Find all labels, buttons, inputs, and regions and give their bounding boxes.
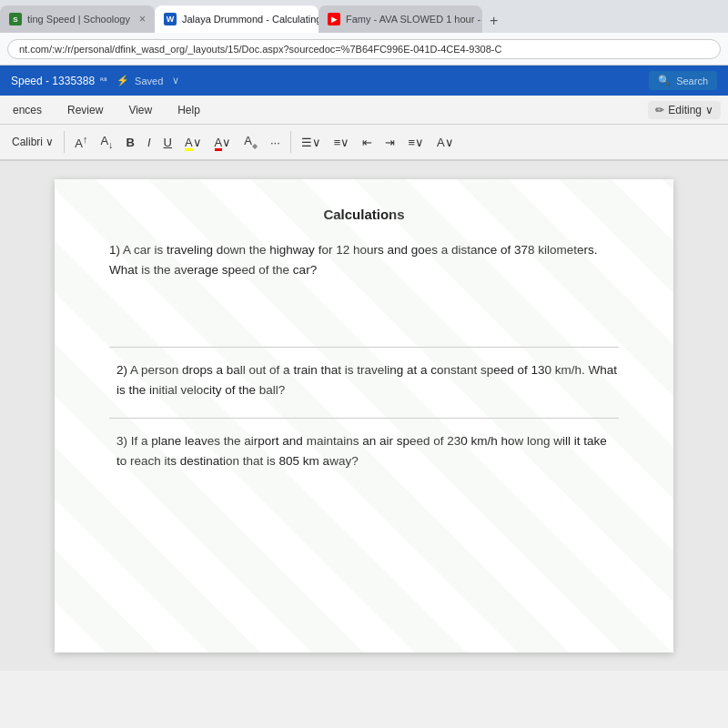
search-icon: 🔍 [658, 75, 671, 86]
bold-button[interactable]: B [122, 133, 139, 152]
tab-help[interactable]: Help [172, 100, 206, 120]
font-selector[interactable]: Calibri ∨ [7, 133, 58, 151]
new-tab-button[interactable]: + [482, 9, 505, 33]
indent-decrease-button[interactable]: ⇤ [358, 133, 377, 152]
answer-space-1 [109, 298, 619, 334]
document-heading: Calculations [109, 207, 619, 222]
tab-word-label: Jalaya Drummond - Calculating [182, 14, 318, 25]
tab-schoology-close[interactable]: × [139, 13, 146, 25]
question-3: 3) If a plane leaves the airport and mai… [116, 431, 619, 470]
indent-increase-button[interactable]: ⇥ [380, 133, 399, 152]
tab-schoology-label: ting Speed | Schoology [27, 14, 130, 25]
tab-references[interactable]: ences [7, 100, 47, 120]
question-2: 2) A person drops a ball out of a train … [116, 360, 619, 399]
url-field[interactable]: nt.com/:w:/r/personal/dfink_wasd_org/_la… [7, 39, 721, 59]
more-button[interactable]: ··· [266, 133, 285, 152]
divider-1 [109, 347, 619, 348]
search-label: Search [676, 76, 708, 86]
tab-youtube[interactable]: ▶ Famy - AVA SLOWED 1 hour - Yo × [318, 5, 482, 33]
list-button[interactable]: ☰∨ [297, 133, 326, 152]
font-color2-button[interactable]: A◆ [239, 131, 262, 153]
word-search[interactable]: 🔍 Search [649, 71, 717, 90]
numberedlist-button[interactable]: ≡∨ [329, 133, 355, 152]
underline-button[interactable]: U [159, 133, 177, 152]
question-1-text: 1) A car is traveling down the highway f… [109, 243, 598, 277]
browser-chrome: S ting Speed | Schoology × W Jalaya Drum… [0, 0, 728, 66]
doc-version: ᴿ⁸ [100, 76, 107, 86]
editing-chevron: ∨ [705, 104, 713, 116]
doc-title-text: Speed - 1335388 [11, 75, 95, 87]
question-3-text: 3) If a plane leaves the airport and mai… [116, 434, 607, 468]
youtube-favicon: ▶ [328, 13, 340, 25]
sep2 [290, 131, 291, 153]
tab-word[interactable]: W Jalaya Drummond - Calculating × [155, 5, 318, 33]
question-1: 1) A car is traveling down the highway f… [109, 240, 619, 279]
saved-chevron[interactable]: ∨ [172, 75, 179, 86]
divider-2 [109, 418, 619, 419]
tab-view[interactable]: View [123, 100, 157, 120]
tab-schoology[interactable]: S ting Speed | Schoology × [0, 5, 155, 33]
question-2-text: 2) A person drops a ball out of a train … [116, 363, 617, 397]
editing-label: Editing [668, 104, 702, 116]
font-size-up[interactable]: A↑ [70, 131, 92, 153]
sep1 [64, 131, 65, 153]
word-favicon: W [164, 13, 177, 25]
pencil-icon: ✏ [655, 104, 664, 116]
saved-label: Saved [135, 76, 163, 86]
tab-youtube-label: Famy - AVA SLOWED 1 hour - Yo [346, 14, 482, 25]
font-color-button[interactable]: A ∨ [210, 133, 237, 152]
italic-button[interactable]: I [143, 133, 156, 152]
document-page: Calculations 1) A car is traveling down … [55, 179, 673, 652]
autosave-indicator: ⚡ [116, 75, 129, 86]
tab-bar: S ting Speed | Schoology × W Jalaya Drum… [0, 0, 728, 33]
ribbon-tabs: ences Review View Help ✏ Editing ∨ [0, 96, 728, 125]
document-area: Calculations 1) A car is traveling down … [0, 161, 728, 671]
editing-button[interactable]: ✏ Editing ∨ [648, 101, 721, 119]
highlight-button[interactable]: A ∨ [180, 133, 207, 152]
style-button[interactable]: A∨ [432, 133, 459, 152]
align-button[interactable]: ≡∨ [403, 133, 429, 152]
schoology-favicon: S [9, 13, 22, 25]
address-bar: nt.com/:w:/r/personal/dfink_wasd_org/_la… [0, 33, 728, 66]
tab-review[interactable]: Review [62, 100, 108, 120]
document-title-area: Speed - 1335388 ᴿ⁸ ⚡ Saved ∨ [11, 75, 179, 87]
word-title-bar: Speed - 1335388 ᴿ⁸ ⚡ Saved ∨ 🔍 Search [0, 66, 728, 96]
font-size-down[interactable]: A↓ [96, 131, 117, 153]
format-toolbar: Calibri ∨ A↑ A↓ B I U A ∨ A ∨ A◆ ··· ☰∨ … [0, 125, 728, 161]
